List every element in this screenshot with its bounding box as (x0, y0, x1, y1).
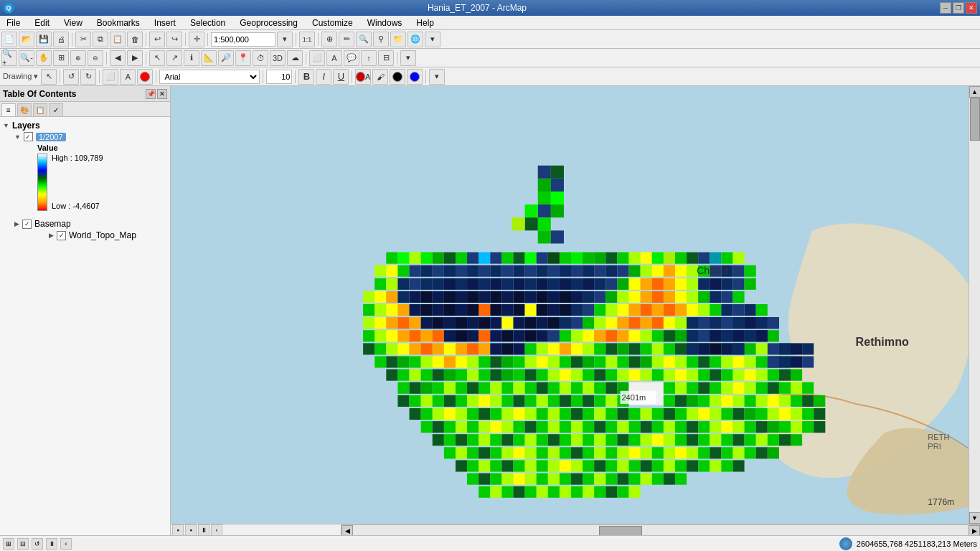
layers-group-header[interactable]: ▼ Layers (3, 120, 167, 131)
copy-btn[interactable]: ⧉ (93, 32, 108, 47)
scroll-thumb[interactable] (970, 98, 980, 141)
close-button[interactable]: ✕ (966, 2, 977, 14)
find-btn[interactable]: 🔎 (218, 50, 234, 66)
search-btn[interactable]: ⚲ (373, 32, 389, 47)
pan-btn[interactable]: ✛ (189, 32, 204, 47)
fixed-zoom-out-btn[interactable]: ⊖ (88, 50, 103, 66)
toc-tab-source[interactable]: 📋 (33, 103, 47, 116)
add-data-btn[interactable]: ⊕ (321, 32, 337, 47)
toc-tab-list[interactable]: ≡ (1, 103, 16, 116)
toc-close-btn[interactable]: ✕ (157, 89, 167, 99)
fixed-zoom-btn[interactable]: 1:1 (299, 32, 315, 47)
go-to-xy-btn[interactable]: 📍 (235, 50, 251, 66)
scroll-left-btn[interactable]: ◀ (341, 525, 353, 536)
down-arrow-btn[interactable]: ▾ (425, 32, 440, 47)
select-elements-btn[interactable]: ↗ (166, 50, 182, 66)
draw-rotate-btn[interactable]: ↻ (80, 69, 96, 85)
north-arrow-btn[interactable]: ↑ (361, 50, 377, 66)
scroll-up-btn[interactable]: ▲ (969, 86, 981, 98)
world-topo-item[interactable]: ▶ ✓ World_Topo_Map (14, 230, 167, 241)
layer-1-2007-badge[interactable]: 1/2007 (36, 133, 66, 141)
prev-status-btn[interactable]: ‹ (60, 538, 72, 550)
prev-extent-btn[interactable]: ◀ (110, 50, 126, 66)
paste-btn[interactable]: 📋 (110, 32, 126, 47)
menu-edit[interactable]: Edit (31, 17, 53, 29)
scroll-track[interactable] (969, 98, 980, 512)
menu-view[interactable]: View (60, 17, 86, 29)
draw-refresh-btn[interactable]: ↺ (63, 69, 79, 85)
font-size-input[interactable]: 10 (266, 70, 292, 84)
zoom-in-status-btn[interactable]: ⊞ (3, 538, 14, 550)
label-btn[interactable]: A (326, 50, 342, 66)
layer-1-2007-item[interactable]: ▼ ✓ 1/2007 (14, 131, 167, 142)
catalog-btn[interactable]: 📁 (390, 32, 406, 47)
fixed-zoom-in-btn[interactable]: ⊕ (70, 50, 86, 66)
menu-file[interactable]: File (3, 17, 24, 29)
scale-dropdown[interactable]: ▾ (277, 32, 293, 47)
select-btn[interactable]: ↖ (149, 50, 165, 66)
print-btn[interactable]: 🖨 (53, 32, 69, 47)
toc-tab-draw[interactable]: 🎨 (17, 103, 32, 116)
highlight-btn[interactable]: 🖌 (372, 69, 388, 85)
menu-bookmarks[interactable]: Bookmarks (93, 17, 143, 29)
minimize-button[interactable]: ─ (940, 2, 951, 14)
save-btn[interactable]: 💾 (36, 32, 52, 47)
down-btn3[interactable]: ▾ (429, 69, 445, 85)
arcmap-btn[interactable]: 🌐 (407, 32, 423, 47)
bold-btn[interactable]: B (298, 69, 314, 85)
fill-color-btn[interactable] (407, 69, 423, 85)
toc-pin-btn[interactable]: 📌 (146, 89, 156, 99)
scroll-right-btn[interactable]: ▶ (969, 525, 980, 536)
zoom-out-btn[interactable]: 🔍- (19, 50, 34, 66)
3d-btn[interactable]: 3D (270, 50, 286, 66)
italic-btn[interactable]: I (316, 69, 331, 85)
identify-tool-btn[interactable]: ℹ (184, 50, 199, 66)
menu-insert[interactable]: Insert (151, 17, 179, 29)
menu-selection[interactable]: Selection (187, 17, 229, 29)
time-slider-btn[interactable]: ⏱ (253, 50, 268, 66)
line-color-btn[interactable] (390, 69, 405, 85)
toc-tab-selection[interactable]: ✓ (49, 103, 63, 116)
basemap-checkbox[interactable]: ✓ (22, 220, 32, 229)
new-btn[interactable]: 📄 (1, 32, 17, 47)
toc-nav-btn2[interactable]: ▪ (185, 524, 197, 536)
world-topo-checkbox[interactable]: ✓ (57, 231, 66, 240)
restore-button[interactable]: ❐ (953, 2, 964, 14)
drawing-label[interactable]: Drawing ▾ (1, 72, 39, 81)
portal-btn[interactable]: ☁ (287, 50, 303, 66)
hscroll-thumb[interactable] (599, 526, 642, 535)
scale-bar-btn[interactable]: ⊟ (378, 50, 394, 66)
redo-btn[interactable]: ↪ (166, 32, 182, 47)
toc-nav-btn4[interactable]: ‹ (211, 524, 222, 536)
pause-status-btn[interactable]: ⏸ (46, 538, 57, 550)
zoom-in-btn[interactable]: 🔍+ (1, 50, 17, 66)
menu-windows[interactable]: Windows (364, 17, 406, 29)
layer-1-2007-checkbox[interactable]: ✓ (24, 132, 33, 141)
full-extent-btn[interactable]: ⊞ (53, 50, 69, 66)
measure-btn[interactable]: 📐 (201, 50, 217, 66)
menu-geoprocessing[interactable]: Geoprocessing (236, 17, 301, 29)
editor-btn[interactable]: ✏ (339, 32, 354, 47)
scale-input[interactable]: 1:500,000 (211, 32, 275, 47)
horizontal-scrollbar[interactable]: ◀ ▶ (341, 524, 980, 535)
menu-customize[interactable]: Customize (308, 17, 357, 29)
toc-nav-btn3[interactable]: ⏸ (198, 524, 209, 536)
pan-map-btn[interactable]: ✋ (36, 50, 52, 66)
next-extent-btn[interactable]: ▶ (127, 50, 143, 66)
identify-btn[interactable]: 🔍 (356, 32, 372, 47)
refresh-status-btn[interactable]: ↺ (32, 538, 43, 550)
text-draw-btn[interactable]: A (120, 69, 136, 85)
basemap-item[interactable]: ▶ ✓ Basemap (14, 218, 167, 230)
font-color-btn[interactable] (137, 69, 153, 85)
underline-btn[interactable]: U (333, 69, 349, 85)
map-area[interactable]: // This won't execute inside SVG, we'll … (171, 86, 969, 524)
toc-nav-btn1[interactable]: ▪ (172, 524, 184, 536)
callout-btn[interactable]: 💬 (344, 50, 359, 66)
scroll-down-btn[interactable]: ▼ (969, 512, 981, 524)
cut-btn[interactable]: ✂ (75, 32, 91, 47)
font-color2-btn[interactable]: A (355, 69, 371, 85)
delete-btn[interactable]: 🗑 (127, 32, 143, 47)
rectangle-btn[interactable]: ⬜ (309, 50, 325, 66)
open-btn[interactable]: 📂 (19, 32, 34, 47)
undo-btn[interactable]: ↩ (149, 32, 165, 47)
